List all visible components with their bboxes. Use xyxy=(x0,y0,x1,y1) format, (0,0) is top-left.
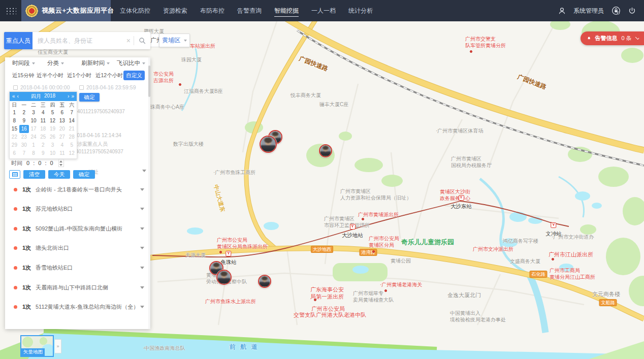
custom-range-button[interactable]: 自定义 xyxy=(123,71,145,80)
calendar-day[interactable]: 27 xyxy=(57,133,67,141)
calendar-day[interactable]: 4 xyxy=(57,141,67,149)
person-photo-marker[interactable] xyxy=(258,275,271,288)
quick-range[interactable]: 近半个小时 xyxy=(37,72,63,79)
calendar-button[interactable]: 清空 xyxy=(23,170,45,179)
range-confirm-button[interactable]: 确定 xyxy=(79,93,100,102)
calendar-day[interactable]: 29 xyxy=(10,141,19,149)
list-item[interactable]: 1次香雪地铁站E口 xyxy=(5,259,150,276)
time-stepper[interactable] xyxy=(58,159,64,167)
next-month-icon[interactable]: › xyxy=(68,92,69,101)
calendar-day[interactable]: 1 xyxy=(10,109,19,117)
calendar-day[interactable]: 8 xyxy=(10,117,19,125)
app-grid-button[interactable] xyxy=(0,0,21,21)
chevron-down-icon[interactable] xyxy=(140,188,144,191)
quick-range[interactable]: 近12个小时 xyxy=(95,72,123,79)
menu-item[interactable]: 资源检索 xyxy=(163,5,187,16)
menu-item[interactable]: 智能挖掘 xyxy=(274,5,299,17)
checkbox-start[interactable] xyxy=(13,85,18,90)
search-input[interactable] xyxy=(33,37,123,44)
security-settings-icon[interactable] xyxy=(611,6,621,15)
calendar-button[interactable]: 确定 xyxy=(73,170,95,179)
scrollbar-thumb[interactable] xyxy=(148,66,150,97)
list-item[interactable]: 1次塘头北街出口 xyxy=(5,240,150,257)
menu-item[interactable]: 布防布控 xyxy=(200,5,224,16)
calendar-day[interactable]: 10 xyxy=(48,149,57,157)
chevron-down-icon[interactable] xyxy=(140,247,144,249)
calendar-day[interactable]: 3 xyxy=(29,109,39,117)
calendar-day[interactable]: 19 xyxy=(48,125,57,133)
calendar-day[interactable]: 22 xyxy=(10,133,19,141)
calendar-day[interactable]: 13 xyxy=(57,117,67,125)
calendar-day[interactable]: 5 xyxy=(67,141,77,149)
filter-dropdown[interactable]: 飞识比中 xyxy=(117,59,145,67)
calendar-button[interactable]: 今天 xyxy=(48,170,70,179)
calendar-day[interactable]: 7 xyxy=(19,149,29,157)
list-item[interactable]: 1次天麓南路与山下中路路口北侧 xyxy=(5,279,150,296)
search-icon[interactable] xyxy=(134,37,150,44)
calendar-day[interactable]: 23 xyxy=(19,133,29,141)
calendar-day[interactable]: 15 xyxy=(10,125,19,133)
chevron-down-icon[interactable] xyxy=(140,286,144,289)
minimap[interactable]: 矢量地图 xyxy=(20,335,54,357)
calendar-day[interactable]: 30 xyxy=(19,141,29,149)
next-year-icon[interactable]: » xyxy=(71,92,74,101)
calendar-day[interactable]: 24 xyxy=(29,133,39,141)
quick-range[interactable]: 近1个小时 xyxy=(67,72,91,79)
person-photo-marker[interactable] xyxy=(319,144,332,157)
calendar-grid-button[interactable] xyxy=(9,170,20,179)
menu-item[interactable]: 一人一档 xyxy=(311,5,336,16)
calendar-day[interactable]: 10 xyxy=(29,117,39,125)
chevron-down-icon[interactable] xyxy=(140,267,144,269)
calendar-day[interactable]: 6 xyxy=(10,149,19,157)
range-start-value[interactable]: 2018-04-16 00:00:00 xyxy=(20,84,70,90)
calendar-day[interactable]: 25 xyxy=(38,133,48,141)
calendar-day[interactable]: 5 xyxy=(48,109,57,117)
clear-icon[interactable]: × xyxy=(123,37,134,45)
chevron-down-icon[interactable] xyxy=(635,36,639,40)
calendar-day[interactable]: 11 xyxy=(38,117,48,125)
calendar-day[interactable]: 26 xyxy=(48,133,57,141)
menu-item[interactable]: 立体化防控 xyxy=(120,5,150,16)
chevron-down-icon[interactable] xyxy=(140,227,144,230)
user-icon[interactable] xyxy=(558,7,566,15)
person-photo-marker[interactable] xyxy=(216,270,232,285)
list-item[interactable]: 1次苏元地铁站B口 xyxy=(5,201,150,218)
calendar-day[interactable]: 28 xyxy=(67,133,77,141)
calendar-day[interactable]: 6 xyxy=(57,109,67,117)
calendar-day[interactable]: 17 xyxy=(29,125,39,133)
calendar-day[interactable]: 2 xyxy=(38,141,48,149)
district-dropdown[interactable]: 黄埔区 xyxy=(159,34,190,47)
quick-range[interactable]: 近15分钟 xyxy=(12,72,34,79)
calendar-day[interactable]: 4 xyxy=(38,109,48,117)
power-icon[interactable] xyxy=(628,7,636,15)
filter-dropdown[interactable]: 刷新时间 xyxy=(81,59,110,67)
filter-dropdown[interactable]: 时间段 xyxy=(12,59,35,67)
calendar-day[interactable]: 8 xyxy=(29,149,39,157)
alert-pill[interactable]: 告警信息 0 条 xyxy=(581,31,644,45)
person-photo-marker[interactable] xyxy=(260,136,277,153)
username-label[interactable]: 系统管理员 xyxy=(573,7,604,15)
calendar-day[interactable]: 21 xyxy=(67,125,77,133)
search-tag-button[interactable]: 重点人员 xyxy=(4,32,33,49)
menu-item[interactable]: 告警查询 xyxy=(237,5,262,16)
calendar-day[interactable]: 9 xyxy=(19,117,29,125)
prev-month-icon[interactable]: ‹ xyxy=(17,92,19,101)
filter-dropdown[interactable]: 分类 xyxy=(47,59,64,67)
calendar-day[interactable]: 18 xyxy=(38,125,48,133)
calendar-day[interactable]: 3 xyxy=(48,141,57,149)
list-item[interactable]: 1次企岭街 - 北1巷秦岭东一巷口向井头 xyxy=(5,181,150,198)
checkbox-end[interactable] xyxy=(79,85,84,90)
minimap-handle[interactable]: » xyxy=(55,339,61,353)
calendar-day[interactable]: 2 xyxy=(19,109,29,117)
range-end-value[interactable]: 2018-04-16 23:59:59 xyxy=(86,84,136,90)
panel-scrollbar[interactable] xyxy=(148,57,150,329)
calendar-day[interactable]: 12 xyxy=(48,117,57,125)
prev-year-icon[interactable]: « xyxy=(12,92,15,101)
chevron-down-icon[interactable] xyxy=(140,306,144,308)
calendar-day[interactable]: 7 xyxy=(67,109,77,117)
calendar-day[interactable]: 14 xyxy=(67,117,77,125)
time-value[interactable]: 0 : 0 : 0 xyxy=(26,160,54,166)
menu-item[interactable]: 统计分析 xyxy=(348,5,373,16)
calendar-day[interactable]: 16 xyxy=(19,125,29,133)
calendar-day[interactable]: 9 xyxy=(38,149,48,157)
